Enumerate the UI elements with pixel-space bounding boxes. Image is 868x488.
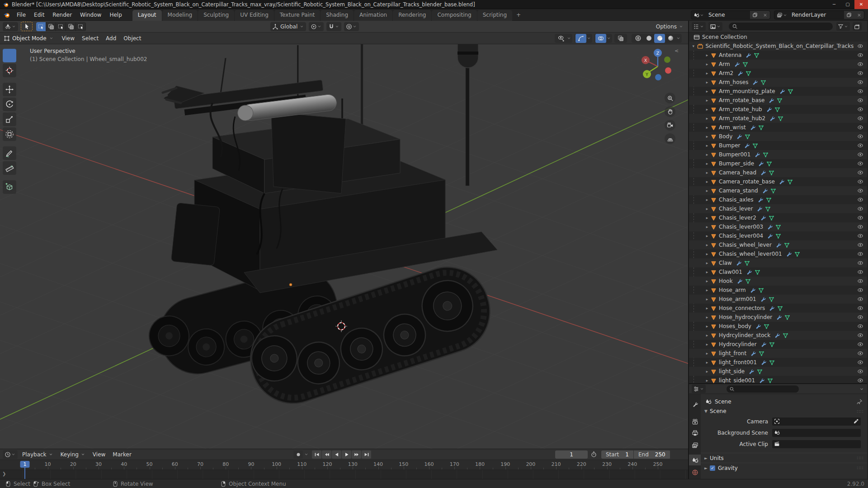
outliner-object-row[interactable]: ▸Arm_hoses (689, 78, 867, 87)
outliner-filter-dropdown[interactable] (836, 22, 850, 31)
shading-rendered-button[interactable] (665, 34, 676, 43)
properties-tab-world[interactable] (689, 467, 701, 478)
panel-grip[interactable]: ∷∷ (857, 465, 863, 470)
expand-arrow-icon[interactable]: ▸ (704, 116, 710, 121)
shading-solid-button[interactable] (643, 34, 654, 43)
expand-arrow-icon[interactable]: ▸ (704, 225, 710, 229)
hide-eye-icon[interactable] (857, 251, 863, 257)
outliner-object-row[interactable]: ▸Camera_stand (689, 186, 867, 195)
start-frame-field[interactable]: Start1 (601, 450, 633, 459)
expand-arrow-icon[interactable]: ▸ (704, 360, 710, 365)
end-frame-field[interactable]: End250 (634, 450, 670, 459)
tab-modeling[interactable]: Modeling (162, 10, 198, 21)
expand-arrow-icon[interactable]: ▸ (704, 369, 710, 374)
properties-tab-scene[interactable] (689, 455, 701, 465)
auto-keying-button[interactable] (293, 450, 303, 459)
outliner-object-row[interactable]: ▸Hose_arm001 (689, 295, 867, 304)
hide-eye-icon[interactable] (857, 178, 863, 185)
outliner-object-row[interactable]: ▸Bumper001 (689, 150, 867, 159)
hide-eye-icon[interactable] (857, 323, 863, 329)
hide-eye-icon[interactable] (857, 224, 863, 230)
expand-arrow-icon[interactable]: ▸ (704, 324, 710, 328)
scale-tool-button[interactable] (3, 113, 16, 126)
outliner-collection-row[interactable]: ▾Scientific_Robotic_System_Black_on_Cate… (689, 42, 867, 51)
select-mode-intersect[interactable] (76, 22, 86, 31)
select-mode-subtract[interactable] (56, 22, 66, 31)
outliner-object-row[interactable]: ▸Chasis_lever003 (689, 222, 867, 231)
jump-to-start-button[interactable] (312, 450, 321, 459)
expand-arrow-icon[interactable]: ▸ (704, 62, 710, 66)
expand-arrow-icon[interactable]: ▸ (704, 306, 710, 310)
measure-tool-button[interactable] (3, 161, 16, 175)
viewport-menu-add[interactable]: Add (102, 35, 120, 42)
select-mode-invert[interactable] (66, 22, 76, 31)
outliner-object-row[interactable]: ▸light_side (689, 367, 867, 376)
select-mode-set[interactable] (36, 22, 46, 31)
properties-editor-type-selector[interactable] (692, 385, 706, 393)
select-box-tool-button[interactable] (3, 49, 16, 62)
outliner-display-mode-dropdown[interactable] (692, 22, 706, 31)
expand-arrow-icon[interactable]: ▸ (704, 161, 710, 166)
hide-eye-icon[interactable] (857, 115, 863, 122)
outliner-object-row[interactable]: ▸Camera_head (689, 168, 867, 177)
expand-arrow-icon[interactable]: ▸ (704, 188, 710, 193)
hide-eye-icon[interactable] (857, 124, 863, 131)
hide-eye-icon[interactable] (857, 377, 863, 383)
gizmos-toggle[interactable] (575, 34, 592, 43)
expand-arrow-icon[interactable]: ▸ (704, 53, 710, 57)
outliner-object-row[interactable]: ▸Arm2 (689, 69, 867, 78)
hide-eye-icon[interactable] (857, 160, 863, 167)
shading-wireframe-button[interactable] (632, 34, 643, 43)
hide-eye-icon[interactable] (857, 70, 863, 76)
tab-layout[interactable]: Layout (132, 10, 162, 21)
outliner-object-row[interactable]: ▸Camera_rotate_base (689, 177, 867, 186)
properties-tab-view-layer[interactable] (689, 440, 701, 450)
pivot-point-dropdown[interactable] (309, 22, 324, 31)
expand-arrow-icon[interactable]: ▸ (704, 134, 710, 139)
hide-eye-icon[interactable] (857, 79, 863, 85)
outliner-object-row[interactable]: ▸Arm_rotate_hub (689, 105, 867, 114)
hide-eye-icon[interactable] (857, 278, 863, 284)
expand-arrow-icon[interactable]: ▸ (704, 98, 710, 103)
visibility-dropdown[interactable] (555, 34, 572, 43)
outliner-object-row[interactable]: ▸Claw (689, 258, 867, 267)
hide-eye-icon[interactable] (857, 61, 863, 67)
pan-nav-button[interactable] (665, 106, 675, 117)
outliner-object-row[interactable]: ▸Hydrcylinder_stock (689, 331, 867, 340)
properties-tab-output[interactable] (689, 427, 701, 438)
viewport-menu-view[interactable]: View (58, 35, 78, 42)
expand-arrow-icon[interactable]: ▸ (704, 279, 710, 283)
toggle-ortho-nav-button[interactable] (665, 133, 675, 144)
expand-arrow-icon[interactable]: ▸ (704, 261, 710, 265)
expand-arrow-icon[interactable]: ▸ (704, 206, 710, 211)
expand-arrow-icon[interactable]: ▸ (704, 378, 710, 383)
outliner-object-row[interactable]: ▸Hose_hydrocylinder (689, 313, 867, 322)
eyedropper-icon[interactable] (853, 418, 859, 424)
overlays-toggle[interactable] (594, 34, 612, 43)
expand-arrow-icon[interactable]: ▸ (704, 297, 710, 301)
hide-eye-icon[interactable] (857, 296, 863, 302)
outliner-object-row[interactable]: ▸Arm_mounting_plate (689, 87, 867, 96)
scene-panel-header[interactable]: ▼ Scene ∷∷ (701, 407, 867, 416)
current-frame-field[interactable]: 1 (555, 450, 588, 459)
scene-name[interactable]: Scene (707, 12, 750, 18)
move-tool-button[interactable] (3, 83, 16, 96)
tab-texture-paint[interactable]: Texture Paint (274, 10, 320, 21)
active-tool-button[interactable] (21, 22, 33, 31)
new-view-layer-button[interactable] (844, 11, 854, 19)
options-dropdown[interactable]: Options (656, 23, 684, 30)
tab-scripting[interactable]: Scripting (477, 10, 512, 21)
hide-eye-icon[interactable] (857, 341, 863, 347)
transform-orientation-dropdown[interactable]: Global (270, 22, 306, 31)
outliner-object-row[interactable]: ▸Hose_arm (689, 286, 867, 295)
close-button[interactable]: ✕ (854, 0, 868, 9)
outliner-object-row[interactable]: ▸Chasis_axles (689, 195, 867, 204)
expand-arrow-icon[interactable]: ▸ (704, 252, 710, 256)
expand-arrow-icon[interactable]: ▸ (704, 170, 710, 175)
hide-eye-icon[interactable] (857, 169, 863, 176)
expand-arrow-icon[interactable]: ▸ (704, 179, 710, 184)
panel-grip[interactable]: ∷∷ (857, 455, 863, 460)
outliner-object-row[interactable]: ▸Bumper_side (689, 159, 867, 168)
add-workspace-button[interactable]: + (513, 10, 524, 20)
navigation-gizmo[interactable]: Z X Y (637, 47, 679, 88)
